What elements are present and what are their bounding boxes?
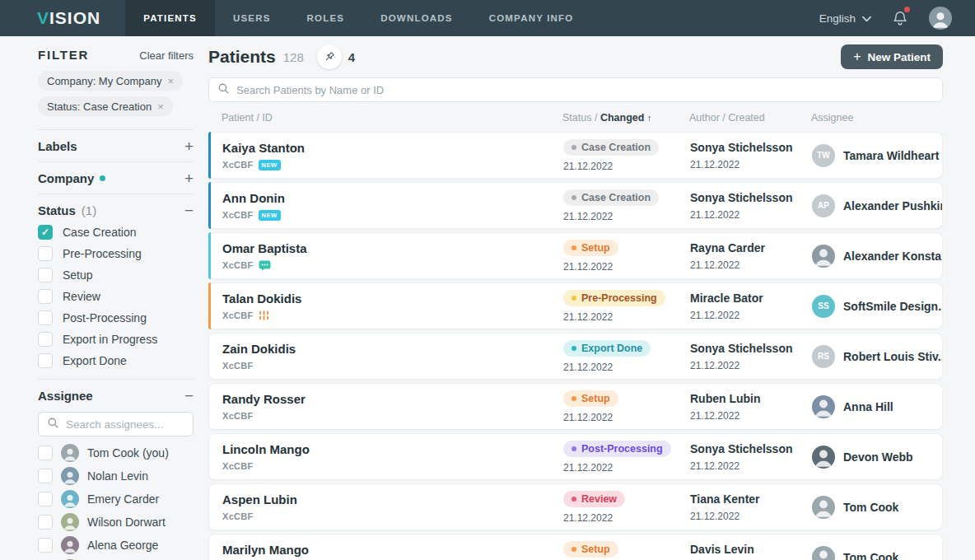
assignee-avatar: AH [812, 395, 835, 418]
new-patient-button[interactable]: + New Patient [841, 44, 943, 69]
patient-row[interactable]: Ann Donin XcCBF NEW Case Creation [208, 182, 943, 229]
assignee-name: Alexander Pushkin [843, 199, 942, 212]
created-date: 21.12.2022 [690, 410, 812, 422]
checkbox[interactable]: ✓ [38, 246, 53, 261]
collapse-icon[interactable]: − [184, 388, 194, 404]
patient-id: XcCBF [222, 210, 254, 220]
pinned-filter-icon[interactable] [317, 44, 342, 69]
checkbox[interactable]: ✓ [38, 492, 53, 506]
checkbox[interactable]: ✓ [38, 515, 53, 530]
patient-search[interactable] [208, 77, 943, 102]
assignee-filter-option[interactable]: ✓ Alena George [38, 534, 194, 557]
status-filter-option[interactable]: ✓ Post-Processing [38, 307, 194, 329]
patient-row[interactable]: Talan Dokidis XcCBF NEW Pre-Processing [208, 282, 943, 329]
nav-tab[interactable]: PATIENTS [125, 0, 215, 36]
status-filter-option[interactable]: ✓ Case Creation [38, 222, 194, 243]
created-date: 21.12.2022 [690, 511, 812, 522]
patient-row[interactable]: Marilyn Mango XcCBF NEW Setup 21.1 [208, 534, 943, 560]
patient-row[interactable]: Omar Baptista XcCBF NEW Setup 21.1 [208, 232, 943, 279]
assignee-initials: RS [818, 352, 829, 361]
column-status-changed[interactable]: Status / Changed ↑ [562, 112, 689, 124]
status-filter-option[interactable]: ✓ Review [38, 286, 194, 307]
column-assignee[interactable]: Assignee [811, 112, 943, 124]
patient-name: Lincoln Mango [222, 442, 563, 456]
person-icon [812, 546, 835, 560]
chip-remove-icon[interactable]: × [157, 100, 164, 113]
patient-row[interactable]: Lincoln Mango XcCBF NEW Post-Processing [208, 433, 943, 480]
assignee-search[interactable] [38, 412, 194, 436]
patient-row[interactable]: Randy Rosser XcCBF NEW Setup 21.12 [208, 383, 943, 430]
chip-remove-icon[interactable]: × [167, 75, 174, 87]
language-selector[interactable]: English [819, 12, 871, 25]
assignee-option-label: Emery Carder [87, 492, 159, 506]
status-pill: Pre-Processing [563, 290, 665, 306]
column-patient-id[interactable]: Patient / ID [208, 112, 562, 124]
assignee-filter-option[interactable]: ✓ Emery Carder [38, 488, 194, 511]
section-company[interactable]: Company + [38, 170, 194, 186]
author-name: Sonya Stichelsson [690, 442, 812, 455]
status-filter-option[interactable]: ✓ Pre-Processing [38, 243, 194, 264]
assignee-filter-option[interactable]: ✓ Tom Cook (you) [38, 441, 194, 464]
nav-tab[interactable]: COMPANY INFO [471, 0, 592, 36]
status-dot [571, 346, 576, 351]
nav-tab[interactable]: USERS [215, 0, 289, 36]
column-author-created[interactable]: Author / Created [689, 112, 811, 124]
changed-date: 21.12.2022 [563, 512, 690, 524]
checkbox[interactable]: ✓ [38, 289, 53, 304]
status-pill: Export Done [563, 340, 651, 357]
status-label: Setup [581, 544, 610, 555]
divider [38, 129, 194, 130]
assignee-avatar: DW [812, 446, 835, 469]
assignee-option-label: Alena George [87, 539, 158, 552]
assignee-filter-option[interactable]: ✓ Ruben Lubin [38, 557, 194, 560]
checkbox[interactable]: ✓ [38, 268, 53, 282]
filter-chip: Company: My Company× [38, 71, 183, 91]
section-status[interactable]: Status(1) − [38, 202, 194, 218]
nav-tab[interactable]: DOWNLOADS [362, 0, 470, 36]
notifications-bell-icon[interactable] [891, 8, 909, 28]
checkbox[interactable]: ✓ [38, 469, 53, 483]
patient-search-input[interactable] [236, 84, 934, 96]
collapse-icon[interactable]: − [184, 203, 194, 218]
expand-icon[interactable]: + [184, 138, 194, 154]
assignee-filter-option[interactable]: ✓ Nolan Levin [38, 464, 194, 488]
section-assignee[interactable]: Assignee − [38, 387, 194, 404]
changed-date: 21.12.2022 [563, 261, 690, 273]
comment-icon [259, 260, 271, 271]
user-avatar[interactable] [929, 7, 952, 30]
nav-tab[interactable]: ROLES [289, 0, 363, 36]
row-accent [208, 282, 211, 329]
status-label: Setup [581, 393, 610, 404]
filter-assignee-avatar [61, 444, 79, 462]
patient-row[interactable]: Zain Dokidis XcCBF NEW Export Done [208, 333, 943, 380]
created-date: 21.12.2022 [690, 259, 812, 271]
checkbox[interactable]: ✓ [38, 225, 53, 240]
status-filter-option[interactable]: ✓ Export in Progress [38, 329, 194, 350]
checkbox[interactable]: ✓ [38, 538, 53, 553]
filter-assignee-avatar [61, 490, 79, 508]
status-dot [571, 396, 576, 401]
section-labels[interactable]: Labels + [38, 138, 194, 154]
checkbox[interactable]: ✓ [38, 310, 53, 325]
patient-id: XcCBF [222, 361, 254, 371]
assignee-filter-list: ✓ Tom Cook (you) ✓ Nolan Levin ✓ Emery C… [38, 441, 194, 560]
expand-icon[interactable]: + [184, 170, 194, 186]
status-filter-option[interactable]: ✓ Setup [38, 264, 194, 286]
patient-row[interactable]: Kaiya Stanton XcCBF NEW Case Creation [208, 132, 943, 179]
checkbox[interactable]: ✓ [38, 446, 53, 460]
patient-row[interactable]: Aspen Lubin XcCBF NEW Review 21.12 [208, 483, 943, 530]
status-dot [571, 145, 576, 150]
checkbox[interactable]: ✓ [38, 332, 53, 347]
active-filter-dot [100, 175, 105, 181]
status-label: Export Done [581, 343, 642, 354]
checkbox[interactable]: ✓ [38, 353, 53, 368]
row-accent [208, 483, 211, 530]
assignee-search-input[interactable] [66, 418, 184, 431]
assignee-filter-option[interactable]: ✓ Wilson Dorwart [38, 511, 194, 534]
assignee-option-label: Wilson Dorwart [87, 516, 166, 529]
search-icon [47, 417, 59, 432]
clear-filters-button[interactable]: Clear filters [139, 49, 194, 62]
top-navbar: VISION PATIENTSUSERSROLESDOWNLOADSCOMPAN… [0, 0, 975, 36]
assignee-avatar: RS [812, 345, 835, 368]
status-filter-option[interactable]: ✓ Export Done [38, 350, 194, 371]
